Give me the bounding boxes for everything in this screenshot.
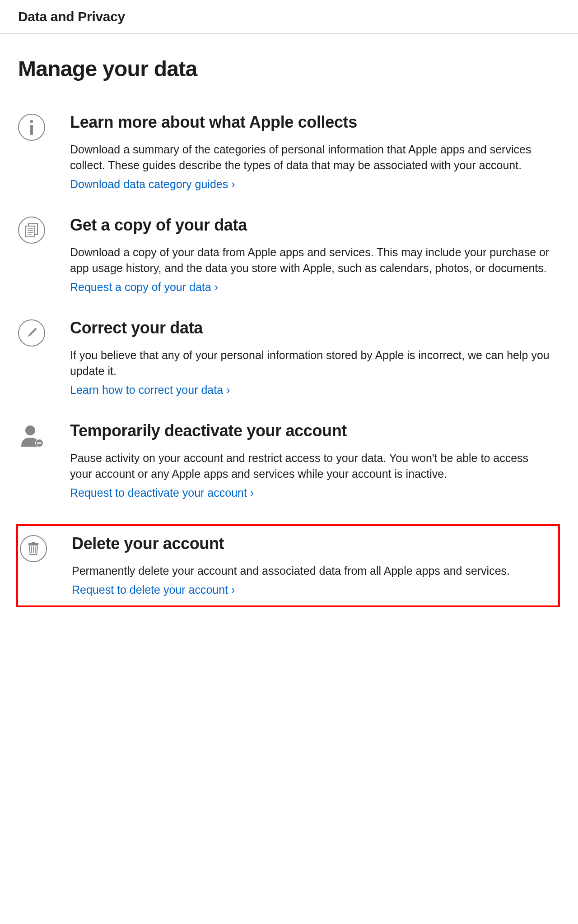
- section-body: Delete your account Permanently delete y…: [72, 534, 558, 596]
- svg-rect-16: [28, 543, 38, 545]
- section-body: Temporarily deactivate your account Paus…: [70, 421, 560, 499]
- section-desc: If you believe that any of your personal…: [70, 347, 551, 379]
- download-guides-link[interactable]: Download data category guides: [70, 178, 235, 191]
- correct-data-link[interactable]: Learn how to correct your data: [70, 383, 230, 397]
- deactivate-account-link[interactable]: Request to deactivate your account: [70, 486, 254, 499]
- section-desc: Download a summary of the categories of …: [70, 142, 551, 173]
- section-body: Correct your data If you believe that an…: [70, 319, 560, 397]
- svg-rect-15: [32, 542, 35, 543]
- section-body: Learn more about what Apple collects Dow…: [70, 113, 560, 191]
- section-title: Delete your account: [72, 534, 549, 553]
- document-icon: [18, 217, 45, 244]
- page-title: Manage your data: [18, 56, 560, 81]
- content: Manage your data Learn more about what A…: [0, 34, 578, 625]
- section-title: Learn more about what Apple collects: [70, 113, 551, 132]
- pencil-icon: [18, 319, 45, 346]
- header-title: Data and Privacy: [18, 9, 560, 24]
- section-body: Get a copy of your data Download a copy …: [70, 216, 560, 294]
- section-deactivate: Temporarily deactivate your account Paus…: [18, 421, 560, 524]
- section-title: Correct your data: [70, 319, 551, 337]
- section-delete: Delete your account Permanently delete y…: [16, 524, 560, 607]
- section-title: Temporarily deactivate your account: [70, 421, 551, 440]
- section-get-copy: Get a copy of your data Download a copy …: [18, 216, 560, 319]
- page-header: Data and Privacy: [0, 0, 578, 34]
- svg-point-0: [30, 120, 33, 123]
- section-learn-more: Learn more about what Apple collects Dow…: [18, 113, 560, 216]
- svg-rect-14: [37, 443, 42, 444]
- info-icon: [18, 114, 45, 141]
- section-correct: Correct your data If you believe that an…: [18, 319, 560, 421]
- section-title: Get a copy of your data: [70, 216, 551, 235]
- section-desc: Pause activity on your account and restr…: [70, 450, 551, 482]
- user-minus-icon: [18, 422, 45, 449]
- trash-icon: [20, 535, 47, 562]
- svg-point-11: [25, 425, 35, 435]
- delete-account-link[interactable]: Request to delete your account: [72, 583, 235, 596]
- section-desc: Permanently delete your account and asso…: [72, 563, 549, 579]
- request-copy-link[interactable]: Request a copy of your data: [70, 281, 218, 294]
- section-desc: Download a copy of your data from Apple …: [70, 245, 551, 276]
- svg-rect-3: [26, 226, 35, 237]
- svg-rect-1: [30, 125, 33, 135]
